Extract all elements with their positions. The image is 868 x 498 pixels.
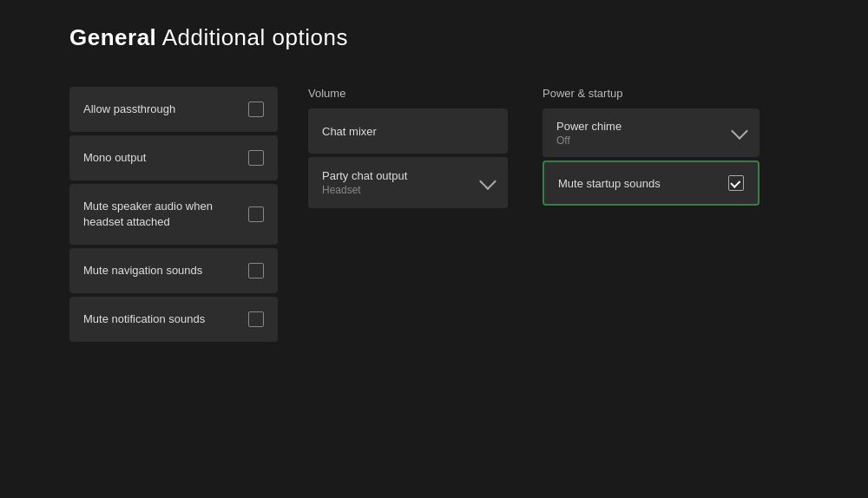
- mute-notification-label: Mute notification sounds: [83, 311, 248, 327]
- allow-passthrough-row[interactable]: Allow passthrough: [69, 87, 278, 132]
- page-title-bold: General: [69, 24, 156, 50]
- mute-startup-label: Mute startup sounds: [558, 177, 661, 190]
- chat-mixer-content: Chat mixer: [322, 125, 377, 138]
- allow-passthrough-checkbox[interactable]: [248, 102, 264, 117]
- mute-notification-row[interactable]: Mute notification sounds: [69, 297, 278, 342]
- power-column: Power & startup Power chime Off Mute sta…: [542, 87, 760, 206]
- checkmark-icon: [730, 177, 740, 187]
- chat-mixer-row[interactable]: Chat mixer: [308, 108, 508, 154]
- party-chat-chevron-icon: [479, 173, 496, 190]
- power-items: Power chime Off Mute startup sounds: [542, 108, 760, 206]
- chat-mixer-label: Chat mixer: [322, 125, 377, 138]
- power-chime-row[interactable]: Power chime Off: [542, 108, 760, 157]
- page-title: General Additional options: [69, 24, 348, 51]
- party-chat-label: Party chat output: [322, 169, 407, 182]
- power-chime-value: Off: [556, 134, 621, 147]
- mute-navigation-row[interactable]: Mute navigation sounds: [69, 248, 278, 293]
- mono-output-row[interactable]: Mono output: [69, 135, 278, 180]
- mute-notification-checkbox[interactable]: [248, 311, 264, 327]
- mute-startup-checkbox[interactable]: [728, 175, 744, 191]
- volume-column: Volume Chat mixer Party chat output Head…: [308, 87, 508, 208]
- mute-startup-row[interactable]: Mute startup sounds: [542, 161, 760, 206]
- power-section-title: Power & startup: [542, 87, 760, 100]
- left-column: Allow passthrough Mono output Mute speak…: [69, 87, 278, 342]
- mute-speaker-row[interactable]: Mute speaker audio when headset attached: [69, 184, 278, 245]
- volume-items: Chat mixer Party chat output Headset: [308, 108, 508, 208]
- mono-output-checkbox[interactable]: [248, 150, 264, 166]
- mute-speaker-checkbox[interactable]: [248, 206, 264, 222]
- power-chime-content: Power chime Off: [556, 120, 621, 147]
- mute-navigation-label: Mute navigation sounds: [83, 263, 248, 278]
- mute-speaker-label: Mute speaker audio when headset attached: [83, 199, 248, 230]
- volume-section-title: Volume: [308, 87, 508, 100]
- mute-navigation-checkbox[interactable]: [248, 263, 264, 278]
- page-title-light: Additional options: [162, 24, 348, 50]
- power-chime-chevron-icon: [731, 122, 748, 140]
- allow-passthrough-label: Allow passthrough: [83, 102, 248, 117]
- party-chat-content: Party chat output Headset: [322, 169, 407, 196]
- party-chat-sublabel: Headset: [322, 184, 407, 196]
- party-chat-output-row[interactable]: Party chat output Headset: [308, 157, 508, 208]
- mono-output-label: Mono output: [83, 150, 248, 166]
- power-chime-label: Power chime: [556, 120, 621, 133]
